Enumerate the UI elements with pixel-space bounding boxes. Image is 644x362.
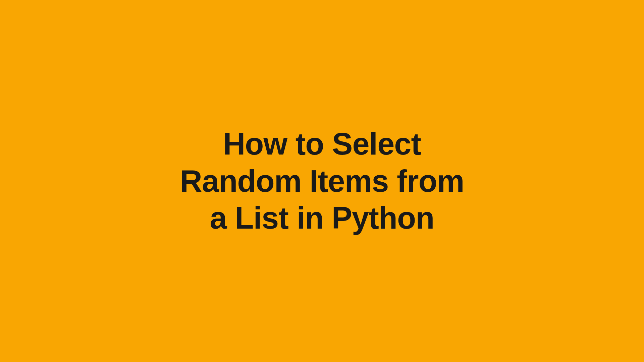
- title-line-2: Random Items from: [180, 164, 464, 198]
- title-line-1: How to Select: [223, 127, 421, 161]
- page-title: How to Select Random Items from a List i…: [180, 125, 464, 236]
- title-line-3: a List in Python: [210, 201, 434, 235]
